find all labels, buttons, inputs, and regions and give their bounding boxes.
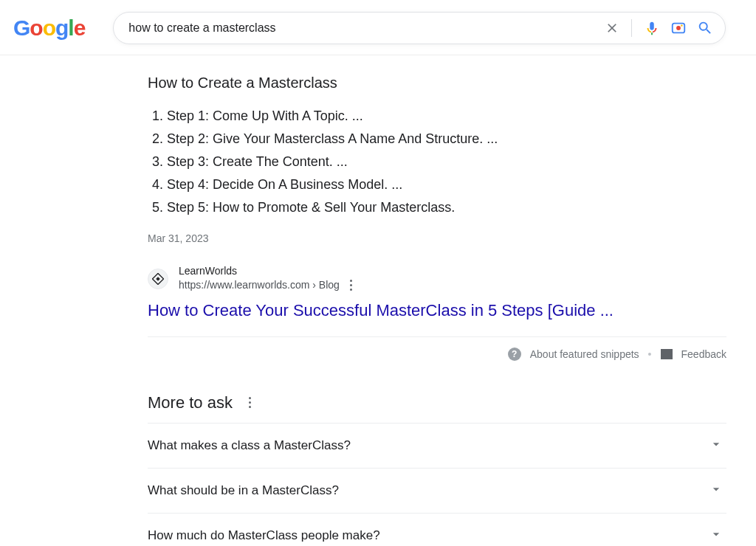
more-to-ask-header: More to ask: [148, 393, 726, 412]
more-to-ask-menu-icon[interactable]: [246, 394, 254, 411]
dot-separator: •: [648, 348, 652, 360]
mic-icon[interactable]: [644, 20, 660, 36]
svg-rect-4: [156, 277, 160, 281]
snippet-step: Step 1: Come Up With A Topic. ...: [167, 105, 726, 128]
related-question[interactable]: How much do MasterClass people make?: [148, 513, 726, 546]
source-name: LearnWorlds: [179, 265, 355, 277]
separator: [631, 19, 632, 37]
question-text: What makes a class a MasterClass?: [148, 438, 351, 453]
chevron-down-icon: [709, 437, 724, 455]
site-favicon: [148, 269, 168, 289]
logo-letter: g: [55, 15, 68, 41]
result-source: LearnWorlds https://www.learnworlds.com …: [148, 265, 726, 294]
search-header: G o o g l e: [0, 0, 756, 55]
chevron-down-icon: [709, 482, 724, 500]
results-area: How to Create a Masterclass Step 1: Come…: [0, 55, 741, 546]
question-text: What should be in a MasterClass?: [148, 483, 339, 498]
search-bar[interactable]: [113, 12, 726, 44]
google-logo[interactable]: G o o g l e: [13, 15, 85, 41]
snippet-date: Mar 31, 2023: [148, 232, 726, 244]
result-menu-icon[interactable]: [347, 277, 355, 294]
clear-icon[interactable]: [605, 21, 619, 35]
related-question[interactable]: What should be in a MasterClass?: [148, 468, 726, 513]
snippet-step: Step 2: Give Your Masterclass A Name And…: [167, 128, 726, 151]
logo-letter: G: [13, 15, 30, 41]
svg-rect-2: [681, 24, 683, 26]
related-question[interactable]: What makes a class a MasterClass?: [148, 423, 726, 468]
snippet-step: Step 4: Decide On A Business Model. ...: [167, 173, 726, 196]
more-to-ask-heading: More to ask: [148, 393, 233, 412]
lens-icon[interactable]: [670, 20, 687, 36]
question-text: How much do MasterClass people make?: [148, 528, 380, 543]
snippet-step: Step 5: How to Promote & Sell Your Maste…: [167, 196, 726, 219]
snippet-step: Step 3: Create The Content. ...: [167, 151, 726, 173]
snippet-footer: ? About featured snippets • Feedback: [148, 336, 726, 361]
search-input[interactable]: [128, 21, 605, 35]
svg-point-1: [676, 26, 681, 30]
logo-letter: e: [74, 15, 86, 41]
logo-letter: l: [68, 15, 73, 41]
help-icon[interactable]: ?: [508, 348, 521, 361]
feedback-link[interactable]: Feedback: [681, 348, 726, 360]
featured-snippet-steps: Step 1: Come Up With A Topic. ... Step 2…: [148, 105, 726, 219]
chevron-down-icon: [709, 527, 724, 545]
result-title-link[interactable]: How to Create Your Successful MasterClas…: [148, 301, 726, 320]
about-snippets-link[interactable]: About featured snippets: [530, 348, 639, 360]
logo-letter: o: [30, 15, 42, 41]
feedback-icon: [661, 349, 673, 359]
featured-snippet-title: How to Create a Masterclass: [148, 75, 726, 91]
search-icon[interactable]: [697, 20, 713, 36]
source-url: https://www.learnworlds.com › Blog: [179, 279, 340, 291]
logo-letter: o: [43, 15, 55, 41]
